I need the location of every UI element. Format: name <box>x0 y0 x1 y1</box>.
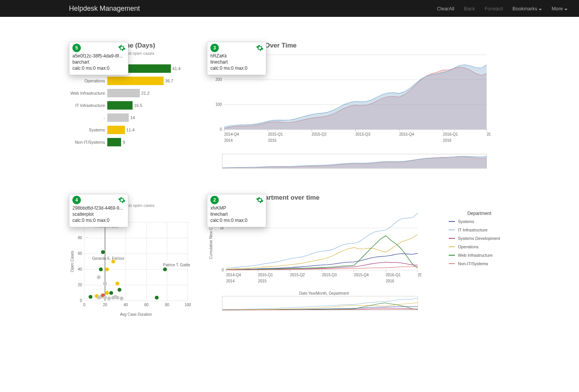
svg-point-67 <box>103 296 107 300</box>
bar-value: 21.2 <box>141 91 149 95</box>
svg-point-70 <box>109 291 113 295</box>
svg-text:2015-Q3: 2015-Q3 <box>356 132 371 136</box>
svg-point-62 <box>89 295 92 299</box>
legend-swatch <box>449 230 455 230</box>
bar <box>107 77 164 85</box>
popup-calc: calc:0 ms:0 max:0 <box>72 65 125 71</box>
bar-value: 41.4 <box>172 66 180 71</box>
svg-text:0: 0 <box>83 303 85 307</box>
bar <box>107 101 133 110</box>
panel-scatter: Open Cases # for the case owners with th… <box>69 194 192 320</box>
line2-legend: Department SystemsIT InfrastructureSyste… <box>449 203 510 313</box>
legend-item[interactable]: IT Infrastructure <box>449 228 510 232</box>
chevron-down-icon <box>539 9 542 10</box>
dev-popup-3[interactable]: 3 hRZaKk linechart calc:0 ms:0 max:0 <box>207 42 266 75</box>
app-title: Helpdesk Management <box>69 5 140 13</box>
popup-type: linechart <box>210 211 263 217</box>
bar-label: Non-IT/Systems <box>69 140 107 144</box>
popup-badge: 3 <box>210 44 219 52</box>
gear-icon[interactable] <box>256 196 264 205</box>
svg-text:Avg Case Duration: Avg Case Duration <box>120 312 152 317</box>
bar-row: Systems11.4 <box>107 124 192 136</box>
svg-text:Patrice T. Gattie: Patrice T. Gattie <box>163 263 190 267</box>
svg-text:200: 200 <box>215 77 222 82</box>
svg-point-58 <box>163 267 167 271</box>
panel-line1: Cumulative Cases Over Time 0100200300 20… <box>207 42 510 173</box>
svg-point-57 <box>105 267 109 271</box>
svg-point-69 <box>107 297 111 300</box>
dev-popup-4[interactable]: 4 298bbd6d-f23d-4469-9... scatterplot ca… <box>69 194 128 227</box>
bar-row: Operations36.7 <box>107 75 192 87</box>
bar-label: Web Infrastructure <box>69 91 107 95</box>
svg-text:2014: 2014 <box>226 279 235 283</box>
legend-label: Systems Development <box>458 236 500 241</box>
bar <box>107 113 129 122</box>
popup-calc: calc:0 ms:0 max:0 <box>210 65 263 71</box>
bar-value: 16.5 <box>134 103 142 108</box>
legend-item[interactable]: Systems <box>449 219 510 224</box>
popup-calc: calc:0 ms:0 max:0 <box>210 217 263 223</box>
popup-badge: 2 <box>210 196 219 204</box>
svg-text:100: 100 <box>215 102 222 107</box>
popup-badge: 5 <box>72 44 81 52</box>
top-nav: ClearAll Back Forward Bookmarks More <box>437 6 568 11</box>
legend-item[interactable]: Web Infrastructure <box>449 253 510 258</box>
legend-label: Non-IT/Systems <box>458 261 488 266</box>
dev-popup-2[interactable]: 2 xfvKMP linechart calc:0 ms:0 max:0 <box>207 194 266 227</box>
svg-point-56 <box>99 267 103 271</box>
bar-value: 36.7 <box>165 79 173 83</box>
gear-icon[interactable] <box>118 44 126 53</box>
legend-item[interactable]: Operations <box>449 244 510 249</box>
svg-text:2016-Q2: 2016-Q2 <box>487 132 490 136</box>
legend-item[interactable]: Systems Development <box>449 236 510 241</box>
svg-point-74 <box>118 288 121 292</box>
bar-row: Web Infrastructure21.2 <box>107 87 192 99</box>
bar-value: 11.4 <box>126 128 134 132</box>
popup-id: a5e0f12c-38f5-4da9-8f... <box>72 53 125 59</box>
svg-point-61 <box>115 282 119 285</box>
svg-point-60 <box>103 282 107 285</box>
line2-mini-caption: Date.YearMonth, Department <box>207 291 441 295</box>
popup-id: xfvKMP <box>210 205 263 211</box>
bar-row: -14 <box>107 112 192 124</box>
nav-back[interactable]: Back <box>464 6 475 11</box>
svg-text:2015-Q2: 2015-Q2 <box>290 273 305 277</box>
svg-text:2016-Q1: 2016-Q1 <box>386 273 401 277</box>
svg-text:2015: 2015 <box>268 138 277 143</box>
legend-item[interactable]: Non-IT/Systems <box>449 261 510 266</box>
popup-type: linechart <box>210 59 263 65</box>
nav-more[interactable]: More <box>551 6 568 11</box>
bar <box>107 138 121 146</box>
bar-label: Systems <box>69 128 107 132</box>
bar-label: - <box>69 115 107 120</box>
nav-clearall[interactable]: ClearAll <box>437 6 454 11</box>
svg-text:2016: 2016 <box>386 279 395 283</box>
popup-id: hRZaKk <box>210 53 263 59</box>
svg-text:2015-Q2: 2015-Q2 <box>312 132 326 136</box>
legend-label: Systems <box>458 219 474 224</box>
bar-chart[interactable]: Systems Develop...41.4Operations36.7Web … <box>69 62 192 148</box>
svg-text:0: 0 <box>220 127 222 131</box>
legend-swatch <box>449 238 455 239</box>
svg-text:Gerardo E. Ferroni: Gerardo E. Ferroni <box>92 256 124 261</box>
dev-popup-5[interactable]: 5 a5e0f12c-38f5-4da9-8f... barchart calc… <box>69 42 128 75</box>
popup-badge: 4 <box>72 196 81 204</box>
gear-icon[interactable] <box>256 44 264 53</box>
popup-type: barchart <box>72 59 125 65</box>
svg-point-75 <box>120 297 123 300</box>
svg-text:80: 80 <box>78 236 82 240</box>
panel-bar: Avg Resolution Time (Days) for the depar… <box>69 42 192 173</box>
svg-text:2015-Q4: 2015-Q4 <box>399 132 414 136</box>
nav-bookmarks[interactable]: Bookmarks <box>512 6 542 11</box>
svg-text:100: 100 <box>185 303 191 307</box>
legend-swatch <box>449 221 455 222</box>
legend-swatch <box>449 263 455 264</box>
nav-forward[interactable]: Forward <box>485 6 503 11</box>
svg-text:2014: 2014 <box>224 138 233 143</box>
bar-row: IT Infrastructure16.5 <box>107 99 192 112</box>
scatter-chart[interactable]: 020406080100020406080100Case DurationThr… <box>69 215 192 320</box>
svg-text:2015-Q3: 2015-Q3 <box>322 273 337 277</box>
svg-text:2016: 2016 <box>443 138 452 143</box>
gear-icon[interactable] <box>118 196 126 205</box>
svg-text:2016-...: 2016-... <box>418 273 422 277</box>
